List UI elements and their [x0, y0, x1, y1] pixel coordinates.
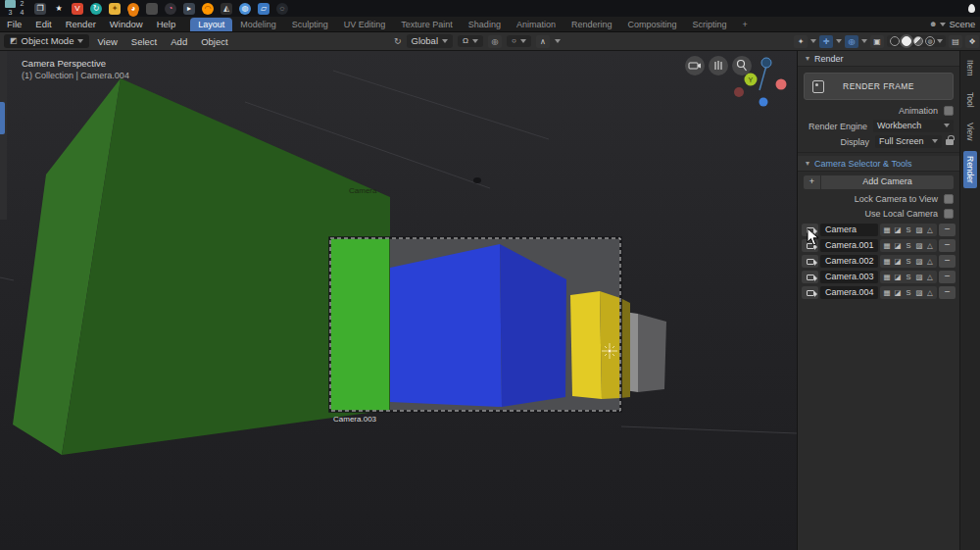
camera-name-field[interactable]: Camera.002	[820, 255, 878, 268]
set-render-camera-icon[interactable]: ▦	[882, 255, 892, 268]
render-frame-button[interactable]: RENDER FRAME	[804, 73, 954, 100]
camera-selector-panel-header[interactable]: ▾ Camera Selector & Tools	[798, 156, 959, 172]
davinci-icon[interactable]: ◭	[220, 3, 232, 15]
animation-checkbox[interactable]	[944, 106, 954, 116]
tab-view[interactable]: View	[963, 118, 977, 145]
image-icon[interactable]: ▨	[914, 224, 924, 236]
wireframe-shading-icon[interactable]	[890, 36, 900, 46]
axis-x-neg-ball[interactable]	[734, 87, 744, 97]
tab-layout[interactable]: Layout	[190, 18, 232, 31]
axis-x-ball[interactable]	[776, 79, 787, 90]
image-icon[interactable]: ▨	[914, 286, 924, 299]
cone-icon[interactable]: △	[925, 224, 935, 236]
remove-camera-button[interactable]: –	[939, 255, 956, 268]
terminal-icon[interactable]: ▸	[183, 3, 195, 15]
camera-select-button[interactable]	[802, 224, 818, 236]
render-panel-header[interactable]: ▾ Render	[798, 51, 959, 67]
workspace-3[interactable]: 3	[5, 9, 16, 17]
blender-icon[interactable]: ◕	[127, 3, 139, 15]
cube-icon[interactable]: ◪	[893, 286, 903, 299]
camera-select-button[interactable]	[802, 239, 818, 252]
camera-name-field[interactable]: Camera.003	[820, 271, 878, 283]
falloff-icon[interactable]: ∧	[536, 35, 550, 48]
image-icon[interactable]: ▨	[914, 271, 924, 283]
cone-icon[interactable]: △	[925, 286, 935, 299]
rendered-shading-icon[interactable]: ◍	[925, 36, 935, 46]
remove-camera-button[interactable]: –	[939, 286, 956, 299]
tab-sculpting[interactable]: Sculpting	[284, 18, 336, 31]
cone-icon[interactable]: △	[925, 255, 935, 268]
gray-cube-front-face[interactable]	[638, 314, 666, 392]
cube-icon[interactable]: ◪	[893, 255, 903, 268]
solid-shading-icon[interactable]	[902, 36, 911, 46]
set-render-camera-icon[interactable]: ▦	[882, 239, 892, 252]
mode-dropdown[interactable]: ◩ Object Mode	[4, 34, 89, 48]
blue-dot[interactable]	[760, 98, 768, 107]
header-extra-icon-2[interactable]: ❖	[965, 35, 979, 48]
tab-render[interactable]: Render	[963, 151, 977, 188]
snap-dropdown[interactable]: Ω	[458, 35, 483, 47]
menu-view[interactable]: View	[91, 36, 122, 47]
xray-toggle-icon[interactable]: ▣	[870, 35, 884, 48]
tab-modeling[interactable]: Modeling	[232, 18, 284, 31]
camera-view-button[interactable]	[685, 56, 705, 75]
plus-icon[interactable]: +	[804, 175, 820, 189]
axis-z-ball[interactable]	[761, 58, 771, 68]
select-icon[interactable]: S	[904, 255, 913, 268]
gimp-icon[interactable]: ◍	[239, 3, 251, 15]
menu-add[interactable]: Add	[165, 36, 193, 47]
menu-object[interactable]: Object	[195, 36, 233, 47]
menu-file[interactable]: File	[0, 19, 28, 29]
active-tool-icon[interactable]: ✦	[794, 35, 808, 48]
camera-select-button[interactable]	[802, 286, 818, 299]
add-camera-label[interactable]: Add Camera	[821, 175, 954, 189]
set-render-camera-icon[interactable]: ▦	[882, 286, 892, 299]
camera-select-button[interactable]	[802, 255, 818, 268]
media-disc-icon[interactable]: ◔	[165, 3, 176, 15]
workspace-2[interactable]: 2	[17, 0, 27, 8]
camera-name-field[interactable]: Camera	[820, 224, 878, 236]
camera-object[interactable]	[473, 177, 481, 183]
orientation-dropdown[interactable]: Global	[407, 34, 453, 48]
select-icon[interactable]: S	[904, 271, 913, 283]
select-icon[interactable]: S	[904, 286, 913, 299]
workspace-switcher[interactable]: 2 3 4	[5, 0, 27, 17]
lock-icon[interactable]	[946, 139, 954, 145]
set-render-camera-icon[interactable]: ▦	[882, 271, 892, 283]
green-cube-in-frame[interactable]	[330, 238, 389, 411]
show-gizmo-icon[interactable]: ✛	[819, 35, 833, 48]
remove-camera-button[interactable]: –	[939, 239, 956, 252]
menu-edit[interactable]: Edit	[28, 19, 58, 29]
cone-icon[interactable]: △	[925, 271, 935, 283]
select-icon[interactable]: S	[904, 239, 913, 252]
zoom-view-button[interactable]	[732, 56, 752, 75]
camera-name-field[interactable]: Camera.004	[820, 286, 878, 299]
select-icon[interactable]: S	[904, 224, 913, 236]
tab-scripting[interactable]: Scripting	[684, 18, 734, 31]
image-icon[interactable]: ▨	[914, 255, 924, 268]
obs-icon[interactable]: ◌	[276, 3, 288, 15]
yellow-app-icon[interactable]: ✦	[109, 3, 121, 15]
camera-name-field[interactable]: Camera.001	[820, 239, 878, 252]
workspace-4[interactable]: 4	[17, 9, 27, 17]
yellow-cube-front-face[interactable]	[570, 291, 602, 399]
render-engine-dropdown[interactable]: Workbench	[873, 120, 954, 132]
camera-select-button[interactable]	[802, 271, 818, 283]
menu-window[interactable]: Window	[103, 19, 150, 29]
cube-icon[interactable]: ◪	[893, 271, 903, 283]
header-extra-icon-1[interactable]: ▤	[949, 35, 962, 48]
video-app-icon[interactable]: ❐	[34, 3, 46, 15]
tab-animation[interactable]: Animation	[509, 18, 564, 31]
image-icon[interactable]: ▨	[914, 239, 924, 252]
menu-render[interactable]: Render	[59, 19, 103, 29]
add-camera-button[interactable]: + Add Camera	[804, 175, 954, 189]
tab-texture-paint[interactable]: Texture Paint	[393, 18, 461, 31]
tab-compositing[interactable]: Compositing	[619, 18, 684, 31]
scene-selector[interactable]: ☻ Scene	[929, 19, 980, 29]
workspace-1-active[interactable]	[5, 0, 16, 8]
set-render-camera-icon[interactable]: ▦	[882, 224, 892, 236]
cube-icon[interactable]: ◪	[893, 239, 903, 252]
tab-item[interactable]: Item	[963, 55, 977, 81]
menu-select[interactable]: Select	[125, 36, 163, 47]
menu-help[interactable]: Help	[150, 19, 183, 29]
